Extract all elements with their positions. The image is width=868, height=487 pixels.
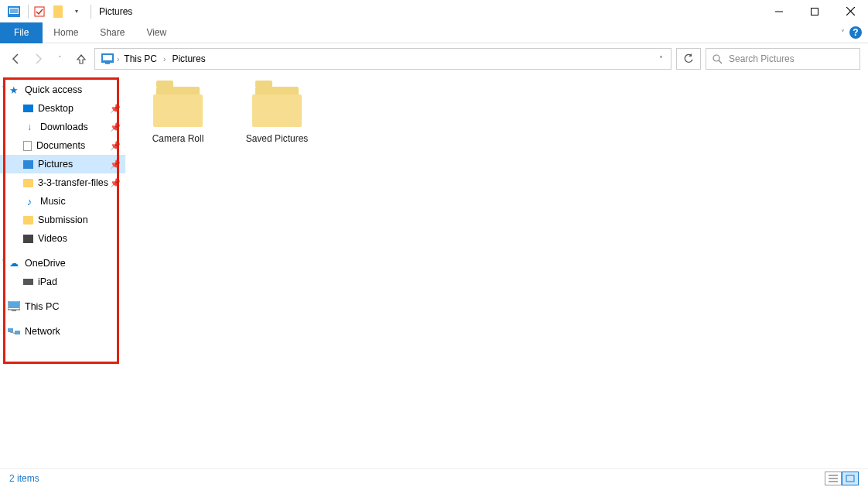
separator (28, 5, 29, 19)
svg-rect-9 (103, 55, 112, 60)
sidebar-onedrive[interactable]: ˅ ☁ OneDrive (0, 254, 125, 273)
folder-saved-pictures[interactable]: Saved Pictures (238, 87, 316, 456)
ribbon-expand-icon[interactable]: ˅ (841, 29, 845, 37)
folder-icon (153, 87, 203, 127)
close-button[interactable] (832, 0, 868, 22)
view-large-icons-button[interactable] (842, 472, 859, 485)
sidebar-quick-access[interactable]: ˅ ★ Quick access (0, 81, 125, 99)
folder-camera-roll[interactable]: Camera Roll (139, 87, 217, 456)
pin-icon: 📌 (110, 141, 121, 151)
qat-folder-icon[interactable] (50, 4, 66, 19)
folder-icon (23, 216, 33, 225)
folder-icon (23, 179, 33, 187)
sidebar-item-label: Submission (38, 214, 88, 225)
svg-rect-16 (8, 328, 13, 332)
tab-share[interactable]: Share (89, 22, 135, 43)
app-icon (6, 4, 22, 19)
window-title: Pictures (99, 6, 132, 17)
sidebar-item-submission[interactable]: Submission (0, 211, 125, 229)
onedrive-icon: ☁ (8, 257, 20, 269)
search-icon (713, 54, 723, 64)
quick-access-icon: ★ (8, 84, 20, 96)
chevron-down-icon[interactable]: ˅ (2, 85, 5, 93)
window-controls (761, 0, 868, 22)
sidebar-item-label: Pictures (38, 159, 73, 170)
svg-rect-10 (105, 63, 110, 64)
breadcrumb: This PC › Pictures (121, 53, 654, 64)
sidebar-item-label: Videos (38, 233, 67, 244)
sidebar-item-label: 3-3-transfer-files (38, 177, 108, 188)
search-input[interactable]: Search Pictures (706, 48, 860, 70)
svg-rect-5 (812, 8, 818, 15)
this-pc-icon (101, 53, 114, 64)
pin-icon: 📌 (110, 122, 121, 132)
folder-label: Camera Roll (152, 133, 204, 144)
breadcrumb-root[interactable]: This PC (121, 53, 160, 64)
sidebar-item-label: Quick access (25, 84, 82, 95)
sidebar-item-transfer-files[interactable]: 3-3-transfer-files 📌 (0, 173, 125, 192)
qat-dropdown-icon[interactable]: ▾ (69, 4, 84, 19)
chevron-down-icon[interactable]: ˅ (2, 259, 5, 266)
sidebar-item-pictures[interactable]: Pictures 📌 (0, 155, 125, 173)
up-button[interactable] (73, 50, 90, 67)
separator (91, 5, 91, 19)
sidebar-item-label: Network (25, 326, 60, 337)
sidebar-network[interactable]: Network (0, 322, 125, 341)
chevron-right-icon[interactable]: › (163, 55, 166, 63)
minimize-button[interactable] (761, 0, 797, 22)
tab-home[interactable]: Home (43, 22, 89, 43)
navigation-row: ˅ › This PC › Pictures ˅ Search Pictures (0, 43, 868, 74)
search-placeholder: Search Pictures (729, 53, 795, 64)
svg-rect-14 (9, 302, 19, 308)
content-area[interactable]: Camera Roll Saved Pictures (125, 74, 868, 468)
navigation-pane: ˅ ★ Quick access Desktop 📌 ↓ Downloads 📌… (0, 74, 125, 468)
title-bar: ▾ Pictures (0, 0, 868, 22)
ribbon: File Home Share View ˅ ? (0, 22, 868, 43)
breadcrumb-current[interactable]: Pictures (169, 53, 208, 64)
sidebar-item-label: Desktop (38, 103, 73, 114)
svg-rect-22 (846, 475, 854, 482)
sidebar-item-label: Downloads (40, 122, 88, 132)
status-bar: 2 items (0, 468, 868, 487)
refresh-button[interactable] (676, 48, 701, 70)
pc-icon (8, 300, 20, 313)
main-area: ˅ ★ Quick access Desktop 📌 ↓ Downloads 📌… (0, 74, 868, 468)
pin-icon: 📌 (110, 104, 121, 114)
sidebar-item-label: This PC (25, 301, 59, 312)
view-details-button[interactable] (825, 472, 842, 485)
recent-dropdown[interactable]: ˅ (51, 50, 68, 67)
help-icon[interactable]: ? (849, 26, 862, 39)
sidebar-item-ipad[interactable]: iPad (0, 273, 125, 291)
sidebar-item-documents[interactable]: Documents 📌 (0, 136, 125, 155)
pin-icon: 📌 (110, 159, 121, 170)
back-button[interactable] (8, 50, 25, 67)
status-text: 2 items (9, 473, 39, 484)
forward-button[interactable] (29, 50, 46, 67)
sidebar-item-label: OneDrive (25, 258, 66, 269)
maximize-button[interactable] (797, 0, 832, 22)
svg-point-11 (713, 55, 719, 61)
pin-icon: 📌 (110, 178, 121, 188)
svg-rect-17 (15, 331, 20, 334)
address-bar[interactable]: › This PC › Pictures ˅ (94, 48, 672, 70)
document-icon (23, 141, 32, 151)
tab-file[interactable]: File (0, 22, 43, 43)
device-icon (23, 279, 33, 285)
desktop-icon (23, 105, 33, 112)
music-icon: ♪ (23, 195, 36, 207)
sidebar-item-label: iPad (38, 276, 57, 287)
view-toggle (825, 472, 859, 485)
sidebar-item-desktop[interactable]: Desktop 📌 (0, 99, 125, 118)
chevron-right-icon[interactable]: › (117, 55, 119, 63)
pictures-icon (23, 160, 33, 169)
sidebar-item-music[interactable]: ♪ Music (0, 192, 125, 211)
sidebar-item-downloads[interactable]: ↓ Downloads 📌 (0, 118, 125, 136)
tab-view[interactable]: View (135, 22, 177, 43)
folder-label: Saved Pictures (246, 133, 309, 144)
sidebar-this-pc[interactable]: This PC (0, 297, 125, 316)
videos-icon (23, 235, 33, 243)
network-icon (8, 325, 20, 338)
address-dropdown[interactable]: ˅ (654, 55, 668, 63)
qat-properties-icon[interactable] (32, 4, 47, 19)
sidebar-item-videos[interactable]: Videos (0, 229, 125, 248)
